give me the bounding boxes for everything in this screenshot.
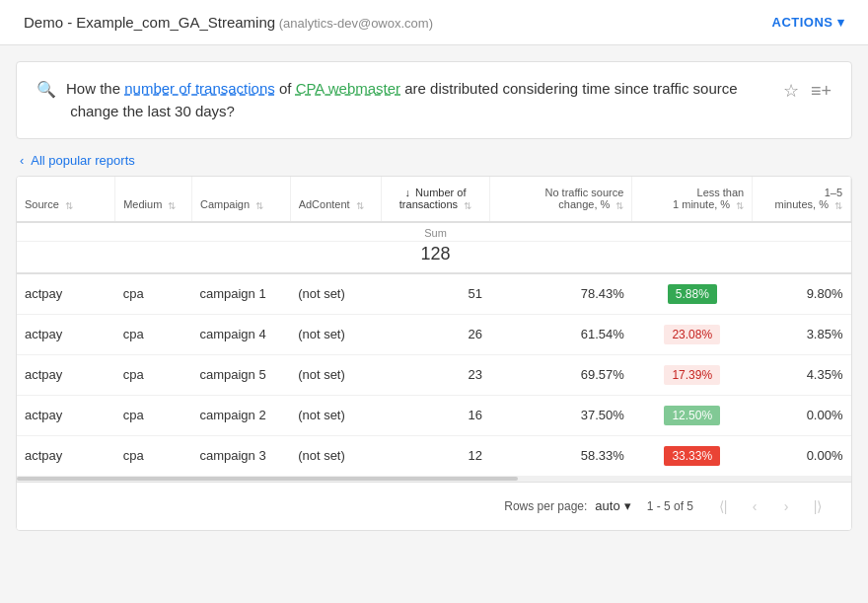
cell-less-than-1: 23.08%: [632, 314, 753, 354]
table-header-row: Source ⇅ Medium ⇅ Campaign ⇅ AdContent ⇅…: [17, 177, 851, 222]
col-no-traffic-label: No traffic sourcechange, %: [544, 187, 623, 210]
rows-per-page-value: auto: [595, 498, 619, 513]
cell-source: actpay: [17, 273, 115, 315]
highlight-transactions: number of transactions: [124, 80, 275, 97]
cell-medium: cpa: [115, 354, 192, 395]
col-no-traffic-sort-icon[interactable]: ⇅: [615, 200, 623, 211]
cell-medium: cpa: [115, 435, 192, 476]
cell-1-5: 0.00%: [753, 435, 851, 476]
col-adcontent-sort-icon[interactable]: ⇅: [356, 200, 364, 211]
add-to-report-icon[interactable]: ≡+: [811, 81, 832, 102]
cell-source: actpay: [17, 395, 115, 435]
col-medium-sort-icon[interactable]: ⇅: [168, 200, 176, 211]
cell-transactions: 26: [381, 314, 490, 354]
pagination-controls: ⟨| ‹ › |⟩: [709, 492, 832, 520]
col-medium-label: Medium: [123, 198, 162, 210]
cell-1-5: 9.80%: [753, 273, 851, 315]
cell-no-traffic: 61.54%: [490, 314, 632, 354]
page-info: 1 - 5 of 5: [647, 499, 693, 513]
cell-campaign: campaign 4: [191, 314, 290, 354]
actions-button[interactable]: ACTIONS ▾: [772, 15, 845, 30]
col-transactions-sort-icon[interactable]: ⇅: [464, 200, 471, 211]
table-row: actpay cpa campaign 2 (not set) 16 37.50…: [17, 395, 851, 435]
col-source-sort-icon[interactable]: ⇅: [65, 200, 73, 211]
cell-less-than-1: 12.50%: [632, 395, 753, 435]
cell-1-5: 0.00%: [753, 395, 851, 435]
cell-less-than-1: 5.88%: [632, 273, 753, 315]
cell-medium: cpa: [115, 273, 192, 315]
scrollbar-thumb[interactable]: [17, 477, 518, 481]
search-section: 🔍 How the number of transactions of CPA …: [16, 61, 852, 139]
cell-adcontent: (not set): [290, 395, 381, 435]
col-1-5[interactable]: 1–5minutes, % ⇅: [753, 177, 851, 222]
cell-no-traffic: 69.57%: [490, 354, 632, 395]
app-subtitle: (analytics-dev@owox.com): [279, 16, 433, 31]
prev-page-button[interactable]: ‹: [741, 492, 768, 520]
data-table: Source ⇅ Medium ⇅ Campaign ⇅ AdContent ⇅…: [17, 177, 851, 476]
cell-transactions: 12: [381, 435, 490, 476]
col-less-than-1[interactable]: Less than1 minute, % ⇅: [632, 177, 753, 222]
cell-less-than-1-highlight: 5.88%: [668, 284, 717, 304]
breadcrumb[interactable]: ‹ All popular reports: [0, 139, 868, 176]
bookmark-icon[interactable]: ☆: [783, 80, 799, 102]
cell-adcontent: (not set): [290, 314, 381, 354]
sum-label-row: Sum: [17, 222, 851, 242]
cell-1-5: 3.85%: [753, 314, 851, 354]
cell-transactions: 51: [381, 273, 490, 315]
sum-value: 128: [381, 241, 490, 273]
cell-campaign: campaign 3: [191, 435, 290, 476]
sum-label: Sum: [381, 222, 490, 242]
col-medium[interactable]: Medium ⇅: [115, 177, 192, 222]
search-query-text: How the number of transactions of CPA we…: [66, 78, 771, 122]
sum-value-row: 128: [17, 241, 851, 273]
cell-campaign: campaign 2: [191, 395, 290, 435]
cell-less-than-1: 33.33%: [632, 435, 753, 476]
cell-medium: cpa: [115, 395, 192, 435]
cell-less-than-1-highlight: 17.39%: [664, 365, 720, 385]
rows-per-page-label: Rows per page:: [504, 499, 587, 513]
header-title-group: Demo - Example_com_GA_Streaming (analyti…: [24, 14, 433, 31]
cell-no-traffic: 37.50%: [490, 395, 632, 435]
cell-no-traffic: 58.33%: [490, 435, 632, 476]
col-campaign-sort-icon[interactable]: ⇅: [255, 200, 263, 211]
cell-transactions: 23: [381, 354, 490, 395]
col-1-5-label: 1–5minutes, %: [775, 187, 842, 210]
cell-adcontent: (not set): [290, 435, 381, 476]
col-no-traffic[interactable]: No traffic sourcechange, % ⇅: [490, 177, 632, 222]
col-less-than-1-label: Less than1 minute, %: [673, 187, 744, 210]
col-campaign[interactable]: Campaign ⇅: [191, 177, 290, 222]
table-footer: Rows per page: auto ▾ 1 - 5 of 5 ⟨| ‹ › …: [17, 482, 851, 530]
col-campaign-label: Campaign: [200, 198, 250, 210]
horizontal-scrollbar[interactable]: [17, 476, 851, 482]
cell-source: actpay: [17, 435, 115, 476]
cell-adcontent: (not set): [290, 273, 381, 315]
table-row: actpay cpa campaign 4 (not set) 26 61.54…: [17, 314, 851, 354]
search-icon: 🔍: [36, 80, 56, 99]
col-1-5-sort-icon[interactable]: ⇅: [834, 200, 842, 211]
col-less-than-1-sort-icon[interactable]: ⇅: [736, 200, 744, 211]
col-transactions[interactable]: ↓ Number oftransactions ⇅: [381, 177, 490, 222]
first-page-button[interactable]: ⟨|: [709, 492, 737, 520]
col-source-label: Source: [25, 198, 59, 210]
next-page-button[interactable]: ›: [772, 492, 800, 520]
col-source[interactable]: Source ⇅: [17, 177, 115, 222]
rows-per-page-control: Rows per page: auto ▾: [504, 498, 630, 513]
cell-less-than-1-highlight: 23.08%: [664, 325, 720, 344]
last-page-button[interactable]: |⟩: [804, 492, 832, 520]
cell-transactions: 16: [381, 395, 490, 435]
breadcrumb-arrow-icon: ‹: [20, 153, 24, 168]
cell-less-than-1-highlight: 12.50%: [664, 406, 720, 425]
table-row: actpay cpa campaign 1 (not set) 51 78.43…: [17, 273, 851, 315]
col-adcontent[interactable]: AdContent ⇅: [290, 177, 381, 222]
cell-less-than-1-highlight: 33.33%: [664, 446, 720, 466]
cell-campaign: campaign 1: [191, 273, 290, 315]
actions-label: ACTIONS: [772, 15, 833, 30]
app-title: Demo - Example_com_GA_Streaming: [24, 14, 275, 31]
col-adcontent-label: AdContent: [299, 198, 350, 210]
rows-per-page-select[interactable]: auto ▾: [595, 498, 630, 513]
sort-down-icon: ↓: [405, 187, 411, 198]
app-header: Demo - Example_com_GA_Streaming (analyti…: [0, 0, 868, 45]
cell-adcontent: (not set): [290, 354, 381, 395]
cell-no-traffic: 78.43%: [490, 273, 632, 315]
chevron-down-icon: ▾: [837, 15, 845, 30]
